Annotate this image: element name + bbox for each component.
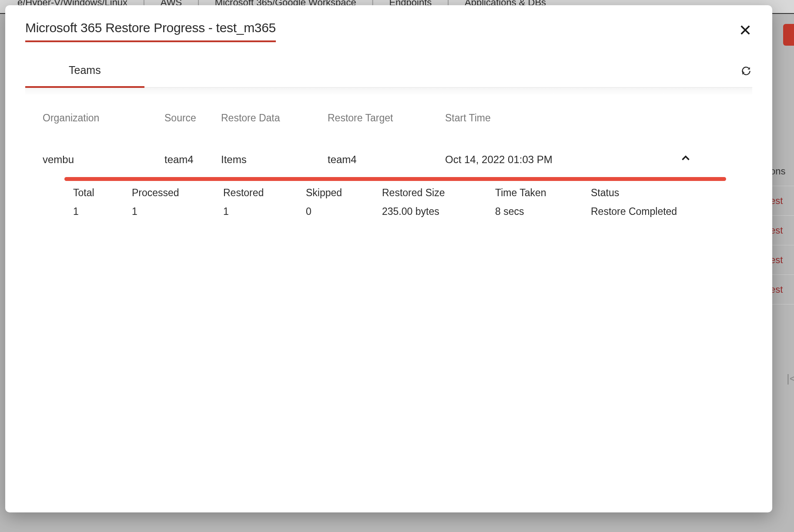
dcol-header-total: Total: [73, 187, 132, 199]
bg-row-link[interactable]: est: [770, 186, 794, 216]
cell-start-time: Oct 14, 2022 01:03 PM: [445, 154, 619, 166]
tabs: Teams: [25, 54, 144, 87]
col-header-restore-data: Restore Data: [221, 112, 328, 124]
bg-col-header: ons: [770, 157, 794, 186]
shadow-divider: [25, 88, 752, 96]
progress-bar: [64, 177, 726, 181]
bg-row-link[interactable]: est: [770, 245, 794, 275]
background-right-column: ons est est est est: [770, 157, 794, 304]
collapse-toggle[interactable]: [680, 153, 691, 167]
cell-restore-data: Items: [221, 154, 328, 166]
accordion-column-headers: Organization Source Restore Data Restore…: [25, 96, 752, 132]
detail-row: 1 1 1 0 235.00 bytes 8 secs Restore Comp…: [25, 199, 752, 217]
dcol-header-status: Status: [591, 187, 735, 199]
col-header-start-time: Start Time: [445, 112, 619, 124]
col-header-source: Source: [164, 112, 221, 124]
chevron-up-icon: [680, 153, 691, 164]
detail-column-headers: Total Processed Restored Skipped Restore…: [25, 181, 752, 199]
restore-progress-modal: Microsoft 365 Restore Progress - test_m3…: [5, 5, 772, 512]
modal-content: Organization Source Restore Data Restore…: [25, 88, 752, 497]
dcell-time-taken: 8 secs: [495, 206, 591, 217]
refresh-button[interactable]: [740, 65, 752, 77]
tabs-row: Teams: [25, 54, 752, 88]
dcol-header-processed: Processed: [132, 187, 223, 199]
modal-header: Microsoft 365 Restore Progress - test_m3…: [25, 20, 752, 42]
dcell-total: 1: [73, 206, 132, 217]
dcell-restored: 1: [223, 206, 306, 217]
cell-source: team4: [164, 154, 221, 166]
close-button[interactable]: [738, 23, 752, 37]
dcol-header-restored: Restored: [223, 187, 306, 199]
dcell-restored-size: 235.00 bytes: [382, 206, 495, 217]
bg-row-link[interactable]: est: [770, 275, 794, 304]
dcol-header-skipped: Skipped: [306, 187, 382, 199]
accordion-row[interactable]: vembu team4 Items team4 Oct 14, 2022 01:…: [25, 132, 752, 171]
dcell-status: Restore Completed: [591, 206, 735, 217]
refresh-icon: [740, 65, 752, 77]
col-header-restore-target: Restore Target: [328, 112, 445, 124]
bg-row-link[interactable]: est: [770, 216, 794, 245]
col-header-organization: Organization: [43, 112, 164, 124]
dcell-skipped: 0: [306, 206, 382, 217]
cell-organization: vembu: [43, 154, 164, 166]
tab-teams[interactable]: Teams: [25, 54, 144, 88]
progress-bar-container: [25, 171, 752, 181]
close-icon: [739, 24, 751, 36]
cell-restore-target: team4: [328, 154, 445, 166]
modal-title: Microsoft 365 Restore Progress - test_m3…: [25, 20, 276, 42]
progress-bar-fill: [64, 177, 726, 181]
dcol-header-restored-size: Restored Size: [382, 187, 495, 199]
dcol-header-time-taken: Time Taken: [495, 187, 591, 199]
background-pager[interactable]: |<: [787, 372, 794, 385]
dcell-processed: 1: [132, 206, 223, 217]
background-action-button[interactable]: [783, 24, 794, 46]
